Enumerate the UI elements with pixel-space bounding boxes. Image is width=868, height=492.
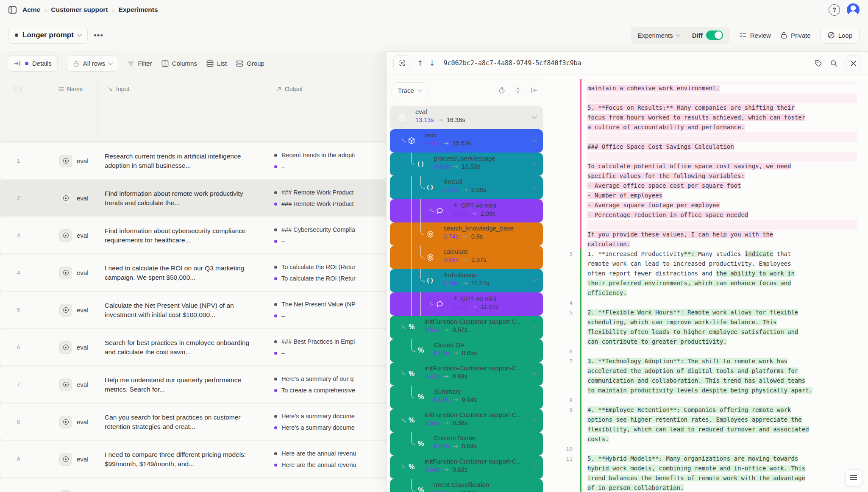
loop-button[interactable]: Loop [820,27,860,44]
next-row-button[interactable]: ↓ [429,59,435,67]
trace-tree-node[interactable]: () % ✳ initFunction-Customer support-C..… [390,316,543,339]
table-row[interactable]: 4 eval I need to calculate the ROI on ou… [0,255,386,291]
output-dot-purple [274,352,277,355]
eval-icon [59,267,72,279]
columns-button[interactable]: Columns [161,60,197,67]
output-text-2: – [281,350,285,356]
search-icon[interactable] [830,59,838,67]
trace-tree-node[interactable]: () % ✳ llmFollowup [390,269,543,292]
trace-tree-node[interactable]: () % ✳ initFunction-Customer support-C..… [390,456,543,479]
table-row[interactable]: 5 eval Calculate the Net Present Value (… [0,292,386,328]
diff-line: calculation. [546,239,868,249]
duration-left: 0.05s [434,396,449,403]
eval-icon [59,453,72,466]
trace-tree-node[interactable]: () % ✳ search_knowledge_base [390,222,543,246]
table-of-contents-button[interactable] [845,469,862,486]
more-options-button[interactable]: ••• [94,31,103,40]
trace-tree-node[interactable]: () % ✳ llmCall [390,176,543,199]
table-row[interactable]: 7 eval Help me understand our quarterly … [0,367,386,403]
trace-tree-node[interactable]: () % ✳ Summary [390,386,543,409]
row-name: eval [77,456,89,463]
select-all-checkbox[interactable] [14,86,22,93]
column-header-name[interactable]: Name [58,86,83,92]
experiment-selector[interactable]: Longer prompt [8,27,88,44]
breadcrumb-item[interactable]: Acme [22,6,40,14]
diff-toggle[interactable] [706,31,723,40]
view-switch-group: Experiments Diff [631,27,729,44]
tag-icon[interactable] [814,59,822,67]
output-dot-gray [274,340,277,343]
expand-trace-button[interactable] [393,56,411,71]
breadcrumb-item[interactable]: Experiments [119,6,158,14]
span-name: Summary [434,388,461,395]
output-text-1: ### Cybersecurity Complia [281,226,355,233]
row-output: To calculate the ROI (Retur To calculate… [267,264,386,282]
columns-icon [161,60,169,67]
details-button[interactable]: Details [8,56,58,72]
span-durations: 0.74s → 0.8s [443,233,543,240]
previous-row-button[interactable]: ↑ [417,59,423,67]
experiments-view-dropdown[interactable]: Experiments [632,27,685,44]
trace-tree-node[interactable]: () % ✳ GPT-4o mini [390,199,543,222]
table-row[interactable]: 9 eval I need to compare three different… [0,441,386,477]
row-number: 9 [0,456,49,462]
private-button[interactable]: Private [780,31,811,39]
duration-left: 0.42s [425,373,440,380]
column-header-output[interactable]: Output [276,86,303,92]
duration-left: 0.06s [434,350,449,356]
output-dot-gray [274,191,277,194]
duration-left: 0.52s [425,326,440,333]
list-button[interactable]: List [206,60,227,67]
openai-logo-icon: ✳ [453,295,458,302]
table-row[interactable]: 2 eval Find information about remote wor… [0,180,386,216]
table-row[interactable]: 6 eval Search for best practices in empl… [0,329,386,365]
group-button[interactable]: Group [236,60,264,67]
span-type-icon: () % [422,272,438,289]
span-name: eval [415,108,427,115]
table-toolbar: Details All rows Filter Columns List Gro… [0,51,386,75]
output-dot-purple [274,165,277,168]
output-text-1: ### Best Practices in Empl [281,338,355,345]
row-name: eval [77,157,89,164]
trace-view-dropdown[interactable]: Trace [392,82,428,98]
trace-tree-node[interactable]: () % ✳ initFunction-Customer support-C..… [390,409,543,432]
timing-icon[interactable] [498,86,506,94]
avatar[interactable] [847,3,860,16]
table-row[interactable]: 3 eval Find information about cybersecur… [0,217,386,253]
collapse-left-icon[interactable] [530,86,538,94]
trace-tree-node[interactable]: () % ✳ eval [390,106,543,129]
arrow-icon: → [471,303,476,310]
list-icon [206,60,214,67]
diff-line [546,79,868,83]
trace-tree-node[interactable]: () % ✳ Intent Classification [390,479,543,492]
column-header-input[interactable]: Input [108,86,129,92]
sidebar-toggle-icon[interactable] [8,6,17,14]
trace-tree-node[interactable]: () % ✳ Closed QA [390,339,543,362]
breadcrumb-item[interactable]: Customer support [51,6,108,14]
review-button[interactable]: Review [739,31,771,39]
row-number: 7 [0,381,49,388]
diff-line: - Average office space cost per square f… [546,181,868,191]
table-row[interactable]: 10 eval Research industry standards for … [0,478,386,492]
span-name: search_knowledge_base [443,225,514,232]
arrow-icon: → [443,373,448,380]
chevron-down-icon [676,32,680,36]
trace-tree-node[interactable]: () % ✳ processUserMessage [390,153,543,176]
collapse-vertical-icon[interactable] [514,86,522,94]
help-icon[interactable]: ? [829,4,840,16]
rows-filter-dropdown[interactable]: All rows [67,56,119,72]
trace-tree: () % ✳ eval [390,106,543,492]
close-panel-button[interactable] [846,56,861,71]
trace-tree-node[interactable]: () % ✳ task [390,129,543,153]
output-text-2: ### Remote Work Product [281,200,354,207]
trace-tree-node[interactable]: () % ✳ GPT-4o mini [390,292,543,316]
eval-icon [59,341,72,354]
eval-icon [59,229,72,242]
output-dot-gray [274,415,277,418]
trace-tree-node[interactable]: () % ✳ Custom Scorer [390,432,543,456]
table-row[interactable]: 1 eval Research current trends in artifi… [0,143,386,179]
table-row[interactable]: 8 eval Can you search for best practices… [0,404,386,440]
trace-tree-node[interactable]: () % ✳ calculate [390,246,543,269]
trace-tree-node[interactable]: () % ✳ initFunction-Customer support-C..… [390,362,543,386]
filter-button[interactable]: Filter [128,60,152,67]
